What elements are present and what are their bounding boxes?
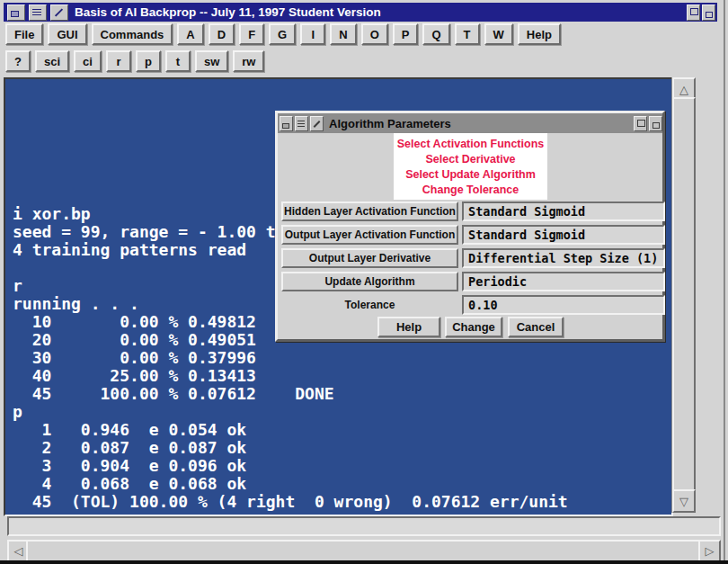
scroll-down-button[interactable]: ▽ [672, 489, 696, 513]
tool-sw-button[interactable]: sw [195, 50, 228, 72]
window-right-edge [724, 0, 725, 560]
menu-n-button[interactable]: N [330, 23, 356, 45]
change-tolerance-label: Change Tolerance [394, 183, 547, 198]
dialog-resize-button[interactable] [310, 116, 324, 131]
output-layer-derivative-button[interactable]: Output Layer Derivative [281, 248, 458, 268]
update-algorithm-row: Update Algorithm Periodic [278, 272, 662, 291]
window-bottom-edge [0, 560, 728, 564]
output-layer-derivative-value[interactable]: Differential Step Size (1) [462, 248, 665, 268]
cancel-button[interactable]: Cancel [508, 317, 564, 337]
tool-p-button[interactable]: p [136, 50, 161, 72]
wm-maximize-button[interactable] [687, 4, 700, 21]
menu-d-button[interactable]: D [209, 23, 235, 45]
hidden-layer-activation-row: Hidden Layer Activation Function Standar… [278, 201, 662, 221]
up-arrow-icon: △ [679, 84, 688, 95]
iconify-icon [11, 11, 19, 17]
tolerance-input[interactable] [462, 295, 665, 315]
change-button[interactable]: Change [445, 317, 502, 337]
dialog-titlebar[interactable]: Algorithm Parameters [278, 113, 662, 133]
terminal-line: 40 25.00 % 0.13413 [13, 367, 568, 385]
vertical-scrollbar[interactable]: △ ▽ [671, 77, 692, 513]
terminal-line: 2 0.087 e 0.087 ok [13, 439, 568, 457]
maximize-box-icon [690, 8, 698, 15]
tool-r-button[interactable]: r [106, 50, 131, 72]
window-titlebar[interactable]: Basis of AI Backprop -- July 11, 1997 St… [4, 3, 717, 22]
wm-iconify-button[interactable] [7, 4, 25, 21]
menu-lines-icon [297, 121, 305, 121]
horizontal-scrollbar-thumb[interactable] [26, 540, 706, 562]
left-arrow-icon: ◁ [14, 545, 23, 557]
hidden-layer-activation-value[interactable]: Standard Sigmoid [462, 201, 665, 221]
terminal-line: 45 100.00 % 0.07612 DONE [13, 385, 568, 403]
tool-question-button[interactable]: ? [5, 50, 31, 72]
wm-menu-button[interactable] [29, 4, 47, 21]
menu-bar: File GUI Commands A D F G I N O P Q T W … [4, 23, 561, 49]
terminal-line: 45 (TOL) 100.00 % (4 right 0 wrong) 0.07… [13, 493, 568, 511]
update-algorithm-value[interactable]: Periodic [462, 272, 665, 291]
dialog-zoom-button[interactable] [649, 116, 662, 131]
menu-w-button[interactable]: W [484, 23, 513, 45]
down-arrow-icon: ▽ [679, 496, 688, 507]
terminal-line: 3 0.904 e 0.096 ok [13, 457, 568, 475]
tool-ci-button[interactable]: ci [74, 50, 102, 72]
tolerance-row: Tolerance [278, 295, 662, 315]
menu-gui-button[interactable]: GUI [48, 23, 86, 45]
output-layer-derivative-row: Output Layer Derivative Differential Ste… [278, 248, 662, 268]
wm-zoom-button[interactable] [702, 4, 715, 21]
tool-bar: ? sci ci r p t sw rw [4, 50, 264, 74]
menu-a-button[interactable]: A [177, 23, 203, 45]
menu-file-button[interactable]: File [5, 23, 43, 45]
algorithm-parameters-dialog: Algorithm Parameters Select Activation F… [275, 111, 665, 342]
dialog-menu-button[interactable] [295, 116, 308, 131]
menu-f-button[interactable]: F [239, 23, 264, 45]
right-arrow-icon: ▷ [706, 545, 715, 557]
dialog-body: Select Activation Functions Select Deriv… [278, 133, 662, 339]
menu-commands-button[interactable]: Commands [92, 23, 173, 45]
terminal-line: 30 0.00 % 0.37996 [13, 349, 568, 367]
menu-help-button[interactable]: Help [518, 23, 561, 45]
menu-g-button[interactable]: G [269, 23, 296, 45]
select-derivative-label: Select Derivative [394, 152, 547, 167]
tool-t-button[interactable]: t [165, 50, 191, 72]
dialog-maximize-button[interactable] [634, 116, 647, 131]
select-activation-functions-label: Select Activation Functions [394, 137, 547, 152]
tolerance-label: Tolerance [281, 295, 458, 315]
terminal-line: p [13, 403, 568, 421]
select-update-algorithm-label: Select Update Algorithm [394, 167, 547, 183]
menu-q-button[interactable]: Q [422, 23, 449, 45]
menu-t-button[interactable]: T [455, 23, 480, 45]
menu-lines-icon [32, 9, 41, 10]
hidden-layer-activation-button[interactable]: Hidden Layer Activation Function [281, 201, 458, 221]
resize-diagonal-icon [314, 121, 321, 128]
wm-resize-button[interactable] [50, 4, 68, 21]
zoom-box-icon [706, 12, 713, 18]
menu-p-button[interactable]: P [393, 23, 419, 45]
maximize-box-icon [637, 120, 645, 127]
dialog-iconify-button[interactable] [280, 116, 293, 131]
resize-diagonal-icon [55, 8, 63, 16]
menu-o-button[interactable]: O [361, 23, 388, 45]
dialog-title: Algorithm Parameters [329, 117, 451, 130]
scroll-right-button[interactable]: ▷ [698, 540, 721, 562]
zoom-box-icon [653, 122, 660, 129]
iconify-icon [282, 123, 289, 129]
tool-rw-button[interactable]: rw [233, 50, 264, 72]
output-layer-activation-row: Output Layer Activation Function Standar… [278, 225, 662, 245]
output-layer-activation-value[interactable]: Standard Sigmoid [462, 225, 665, 245]
help-button[interactable]: Help [377, 317, 440, 337]
terminal-line: 1 0.946 e 0.054 ok [13, 421, 568, 439]
dialog-button-row: Help Change Cancel [278, 317, 662, 337]
window-title: Basis of AI Backprop -- July 11, 1997 St… [75, 5, 381, 19]
command-entry-input[interactable] [7, 516, 721, 536]
horizontal-scrollbar[interactable]: ◁ ▷ [7, 540, 721, 559]
output-layer-activation-button[interactable]: Output Layer Activation Function [281, 225, 458, 245]
tool-sci-button[interactable]: sci [35, 50, 69, 72]
menu-i-button[interactable]: I [300, 23, 325, 45]
update-algorithm-button[interactable]: Update Algorithm [281, 272, 458, 291]
dialog-header-panel: Select Activation Functions Select Deriv… [394, 133, 547, 200]
terminal-line: 4 0.068 e 0.068 ok [13, 475, 568, 493]
vertical-scrollbar-thumb[interactable] [672, 97, 696, 497]
